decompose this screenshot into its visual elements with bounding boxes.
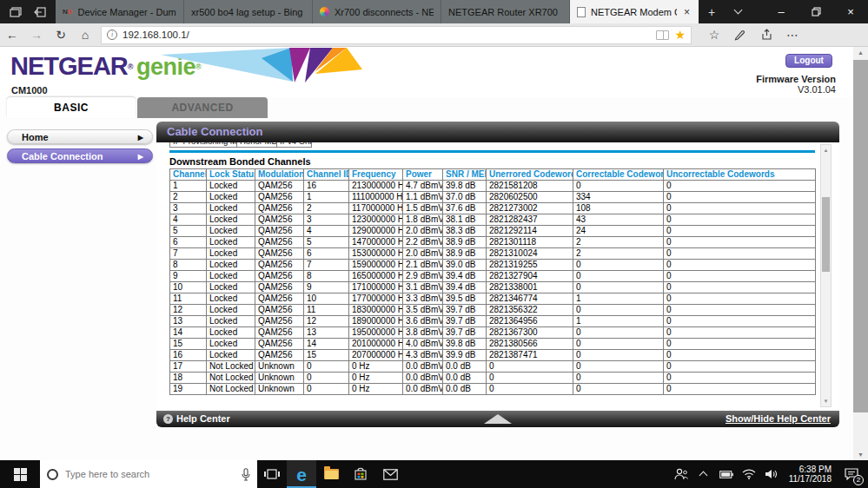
table-cell: 12 — [304, 316, 349, 327]
table-cell: 4 — [304, 226, 349, 237]
collapse-arrow-icon[interactable] — [484, 414, 512, 424]
taskbar-search-box[interactable] — [40, 460, 257, 488]
scroll-up-icon[interactable]: ▲ — [821, 145, 831, 155]
favorites-hub-icon[interactable]: ☆ — [702, 24, 726, 45]
tab-advanced[interactable]: ADVANCED — [137, 97, 268, 118]
table-cell: 3 — [304, 214, 349, 226]
volume-icon[interactable] — [761, 460, 782, 488]
reading-view-icon[interactable] — [656, 30, 669, 40]
column-header: Channel ID — [304, 169, 349, 181]
page-viewport: NETGEAR® genie® CM1000 Logout Firmware V… — [0, 47, 853, 460]
more-options-icon[interactable]: ⋯ — [780, 24, 805, 45]
table-row: 18Not LockedUnknown00 Hz0.0 dBmV0.0 dB00… — [170, 373, 816, 384]
column-header: Correctable Codewords — [573, 169, 664, 181]
tab-bing-search[interactable]: xr500 bo4 lag setup - Bing — [184, 0, 313, 23]
screen: ND Device Manager - DumaOS xr500 bo4 lag… — [0, 0, 868, 488]
back-icon[interactable]: ← — [0, 24, 24, 45]
edge-e-glyph: e — [296, 465, 307, 484]
file-explorer-icon[interactable] — [316, 460, 346, 488]
microphone-icon[interactable] — [242, 468, 250, 481]
microsoft-store-icon[interactable] — [346, 460, 375, 488]
browser-scrollbar-thumb[interactable] — [853, 60, 868, 412]
table-cell: 0 — [664, 192, 816, 203]
window-controls: – × — [764, 0, 868, 23]
url-box[interactable]: i ★ — [101, 26, 692, 44]
hidden-icons-chevron-icon[interactable] — [693, 460, 714, 488]
scroll-down-icon[interactable]: ▼ — [853, 449, 868, 460]
table-cell: Locked — [207, 316, 255, 327]
minimize-button[interactable]: – — [764, 0, 798, 23]
tab-basic[interactable]: BASIC — [7, 97, 136, 118]
content-scrollbar-thumb[interactable] — [822, 197, 830, 272]
table-row: 11LockedQAM25610177000000 Hz3.3 dBmV39.5… — [170, 293, 816, 305]
site-info-icon[interactable]: i — [107, 30, 117, 40]
table-cell: 0.0 dB — [443, 361, 487, 373]
table-cell: IPv4 Only — [277, 142, 312, 148]
table-cell: QAM256 — [255, 181, 304, 192]
windows-taskbar: e 6:38 PM 11/17/2018 — [0, 460, 868, 488]
edge-browser-icon[interactable]: e — [287, 460, 316, 488]
tab-netgear-modem-active[interactable]: NETGEAR Modem CM1 × — [570, 0, 699, 23]
annotate-pen-icon[interactable] — [728, 24, 752, 45]
table-cell: 2.9 dBmV — [403, 271, 443, 282]
table-cell: 171000000 Hz — [349, 282, 403, 293]
table-cell: 38.3 dB — [443, 226, 487, 237]
downstream-table-header-row: ChannelLock StatusModulationChannel IDFr… — [170, 169, 816, 181]
tab-close-icon[interactable]: × — [682, 6, 692, 18]
table-cell: QAM256 — [255, 350, 304, 361]
sidebar-item-home[interactable]: Home ▶ — [7, 129, 153, 144]
table-cell: Locked — [207, 260, 255, 271]
home-icon[interactable]: ⌂ — [73, 24, 97, 45]
table-cell: 0 Hz — [349, 361, 403, 373]
tab-label: NETGEAR Modem CM1 — [591, 7, 677, 17]
table-cell: 9 — [170, 271, 207, 282]
refresh-icon[interactable]: ↻ — [49, 24, 73, 45]
tab-device-manager[interactable]: ND Device Manager - DumaOS — [56, 0, 184, 23]
mail-app-icon[interactable] — [375, 460, 405, 488]
table-cell: QAM256 — [255, 260, 304, 271]
people-icon[interactable] — [671, 460, 692, 488]
set-tabs-aside-icon[interactable] — [5, 3, 26, 22]
table-cell: 0 — [487, 373, 573, 384]
favorite-star-icon[interactable]: ★ — [674, 28, 686, 42]
share-icon[interactable] — [754, 24, 779, 45]
tabs-preview-icon[interactable] — [30, 3, 50, 22]
table-cell: Not Locked — [207, 373, 255, 384]
table-cell: 0 — [573, 361, 664, 373]
help-center-label: Help Center — [176, 411, 230, 427]
action-center-icon[interactable]: 2 — [838, 460, 865, 488]
tab-netgear-community[interactable]: Xr700 disconnects - NETGE — [313, 0, 441, 23]
restore-button[interactable] — [798, 0, 833, 23]
table-cell: 39.8 dB — [443, 339, 487, 350]
help-center-link[interactable]: ? Help Center — [163, 411, 230, 427]
table-cell: 0 — [664, 339, 816, 350]
battery-icon[interactable] — [716, 460, 737, 488]
start-button[interactable] — [0, 460, 40, 488]
wifi-icon[interactable] — [739, 460, 759, 488]
logout-button[interactable]: Logout — [785, 54, 832, 68]
url-input[interactable] — [123, 30, 651, 40]
table-cell: 39.4 dB — [443, 271, 487, 282]
tab-netgear-router[interactable]: NETGEAR Router XR700 — [441, 0, 570, 23]
table-cell: 0 — [664, 350, 816, 361]
table-cell: 38.1 dB — [443, 214, 487, 226]
scroll-up-icon[interactable]: ▲ — [853, 47, 868, 58]
table-cell: 15 — [304, 350, 349, 361]
browser-scrollbar[interactable]: ▲ ▼ — [853, 47, 868, 460]
tab-list-chevron-icon[interactable] — [725, 0, 751, 23]
close-window-button[interactable]: × — [833, 0, 868, 23]
table-cell: 0 Hz — [349, 373, 403, 384]
show-hide-help-link[interactable]: Show/Hide Help Center — [726, 411, 831, 427]
table-cell: 0.0 dB — [443, 373, 487, 384]
task-view-icon[interactable] — [257, 460, 287, 488]
scroll-down-icon[interactable]: ▼ — [821, 396, 831, 406]
forward-icon[interactable]: → — [24, 24, 49, 45]
sidebar-item-cable-connection[interactable]: Cable Connection ▶ — [7, 148, 153, 163]
content-scrollbar[interactable]: ▲ ▼ — [820, 144, 832, 407]
taskbar-clock[interactable]: 6:38 PM 11/17/2018 — [784, 465, 837, 485]
table-cell: 13 — [304, 327, 349, 339]
table-cell: 0 Hz — [349, 384, 403, 395]
search-input[interactable] — [65, 469, 235, 479]
new-tab-button[interactable]: + — [699, 0, 725, 23]
table-cell: 39.7 dB — [443, 305, 487, 316]
